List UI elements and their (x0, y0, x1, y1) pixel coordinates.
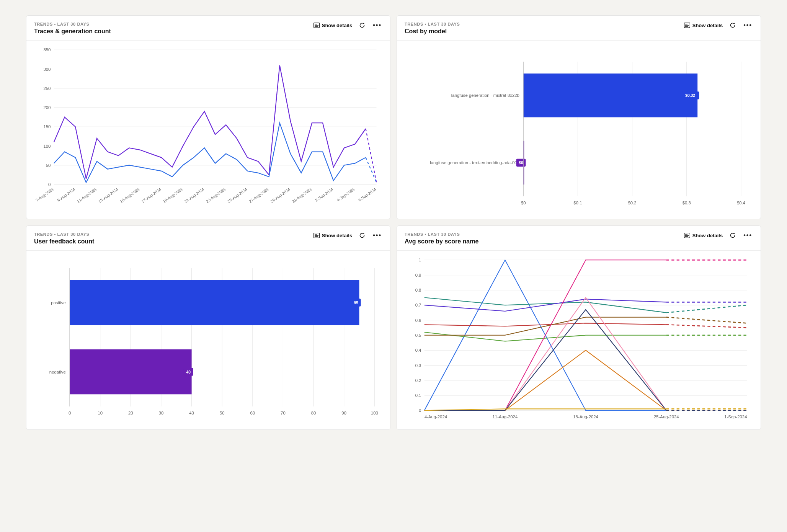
svg-text:70: 70 (281, 411, 286, 415)
svg-text:4-Aug-2024: 4-Aug-2024 (425, 415, 447, 419)
svg-text:95: 95 (354, 301, 358, 305)
details-icon (684, 233, 690, 238)
refresh-icon (730, 232, 736, 238)
svg-text:langfuse generation - text-emb: langfuse generation - text-embedding-ada… (430, 160, 519, 165)
refresh-icon (359, 232, 365, 238)
more-menu-button[interactable]: ••• (372, 22, 382, 29)
svg-rect-50 (523, 73, 697, 117)
svg-text:$0.1: $0.1 (573, 201, 582, 205)
svg-text:11-Aug-2024: 11-Aug-2024 (493, 415, 518, 419)
chart-feedback: 0102030405060708090100positive95negative… (26, 251, 390, 429)
svg-text:50: 50 (46, 163, 51, 168)
refresh-icon (359, 22, 365, 28)
svg-text:25-Aug-2024: 25-Aug-2024 (654, 415, 679, 419)
svg-text:40: 40 (186, 370, 191, 374)
svg-text:0: 0 (69, 411, 71, 415)
svg-text:0.5: 0.5 (415, 333, 421, 338)
svg-text:0.2: 0.2 (415, 378, 421, 383)
svg-text:100: 100 (43, 144, 51, 149)
svg-text:0.4: 0.4 (415, 348, 421, 353)
svg-text:21-Aug-2024: 21-Aug-2024 (184, 187, 205, 204)
card-header: TRENDS • LAST 30 DAYS User feedback coun… (26, 226, 390, 251)
show-details-button[interactable]: Show details (313, 233, 352, 238)
svg-text:150: 150 (43, 124, 51, 129)
card-feedback: TRENDS • LAST 30 DAYS User feedback coun… (26, 225, 390, 429)
svg-text:6-Sep-2024: 6-Sep-2024 (358, 187, 377, 202)
more-icon: ••• (373, 22, 382, 28)
card-score: TRENDS • LAST 30 DAYS Avg score by score… (397, 225, 761, 429)
chart-cost: $0$0.1$0.2$0.3$0.4langfuse generation - … (397, 41, 761, 219)
card-header: TRENDS • LAST 30 DAYS Traces & generatio… (26, 16, 390, 41)
refresh-button[interactable] (730, 232, 736, 238)
svg-text:0.3: 0.3 (415, 363, 421, 368)
svg-text:10: 10 (98, 411, 103, 415)
refresh-icon (730, 22, 736, 28)
svg-text:30: 30 (159, 411, 164, 415)
svg-text:0.9: 0.9 (415, 273, 421, 277)
refresh-button[interactable] (359, 22, 365, 28)
svg-text:200: 200 (43, 105, 51, 110)
svg-text:19-Aug-2024: 19-Aug-2024 (162, 187, 183, 204)
svg-text:25-Aug-2024: 25-Aug-2024 (227, 187, 248, 204)
svg-text:15-Aug-2024: 15-Aug-2024 (119, 187, 140, 204)
svg-text:50: 50 (220, 411, 225, 415)
svg-text:23-Aug-2024: 23-Aug-2024 (205, 187, 226, 204)
svg-text:$0.3: $0.3 (683, 201, 691, 205)
card-subtitle: TRENDS • LAST 30 DAYS (405, 232, 478, 237)
svg-text:60: 60 (250, 411, 255, 415)
svg-text:13-Aug-2024: 13-Aug-2024 (98, 187, 119, 204)
svg-text:20: 20 (128, 411, 133, 415)
svg-text:100: 100 (371, 411, 378, 415)
svg-text:7-Aug-2024: 7-Aug-2024 (35, 187, 54, 202)
card-subtitle: TRENDS • LAST 30 DAYS (34, 232, 94, 237)
more-icon: ••• (373, 232, 382, 238)
more-menu-button[interactable]: ••• (743, 232, 753, 239)
svg-text:1: 1 (419, 258, 421, 263)
svg-text:0.8: 0.8 (415, 288, 421, 292)
dashboard-grid: TRENDS • LAST 30 DAYS Traces & generatio… (26, 15, 761, 430)
refresh-button[interactable] (730, 22, 736, 28)
svg-text:0.1: 0.1 (415, 393, 421, 398)
card-header: TRENDS • LAST 30 DAYS Cost by model Show… (397, 16, 761, 41)
card-header: TRENDS • LAST 30 DAYS Avg score by score… (397, 226, 761, 251)
show-details-label: Show details (322, 23, 352, 28)
svg-text:80: 80 (311, 411, 316, 415)
svg-text:$0.32: $0.32 (685, 93, 695, 98)
card-title: Cost by model (405, 28, 460, 35)
card-subtitle: TRENDS • LAST 30 DAYS (34, 22, 111, 26)
more-menu-button[interactable]: ••• (372, 232, 382, 239)
svg-text:langfuse generation - mixtral-: langfuse generation - mixtral-8x22b (451, 93, 519, 98)
svg-text:90: 90 (341, 411, 346, 415)
svg-text:40: 40 (189, 411, 194, 415)
svg-text:0.7: 0.7 (415, 303, 421, 308)
show-details-label: Show details (692, 23, 723, 28)
svg-text:0: 0 (419, 408, 421, 413)
svg-text:negative: negative (49, 370, 66, 374)
svg-text:0.6: 0.6 (415, 318, 421, 323)
svg-text:2-Sep-2024: 2-Sep-2024 (315, 187, 334, 202)
card-traces: TRENDS • LAST 30 DAYS Traces & generatio… (26, 15, 390, 219)
refresh-button[interactable] (359, 232, 365, 238)
details-icon (313, 23, 320, 28)
card-cost: TRENDS • LAST 30 DAYS Cost by model Show… (397, 15, 761, 219)
show-details-button[interactable]: Show details (684, 23, 723, 28)
svg-text:11-Aug-2024: 11-Aug-2024 (76, 187, 97, 204)
svg-text:29-Aug-2024: 29-Aug-2024 (270, 187, 291, 204)
show-details-button[interactable]: Show details (684, 233, 723, 238)
svg-text:9-Aug-2024: 9-Aug-2024 (57, 187, 76, 202)
svg-text:0: 0 (48, 182, 51, 187)
svg-text:positive: positive (51, 300, 66, 305)
show-details-label: Show details (322, 233, 352, 238)
svg-text:17-Aug-2024: 17-Aug-2024 (141, 187, 162, 204)
more-menu-button[interactable]: ••• (743, 22, 753, 29)
svg-text:4-Sep-2024: 4-Sep-2024 (336, 187, 356, 202)
svg-text:$0: $0 (519, 161, 523, 165)
show-details-label: Show details (692, 233, 723, 238)
card-title: User feedback count (34, 238, 94, 245)
svg-text:250: 250 (43, 86, 51, 91)
show-details-button[interactable]: Show details (313, 23, 352, 28)
svg-rect-89 (70, 349, 191, 395)
card-title: Traces & generation count (34, 28, 111, 35)
card-title: Avg score by score name (405, 238, 478, 245)
chart-score: 00.10.20.30.40.50.60.70.80.914-Aug-20241… (397, 251, 761, 429)
